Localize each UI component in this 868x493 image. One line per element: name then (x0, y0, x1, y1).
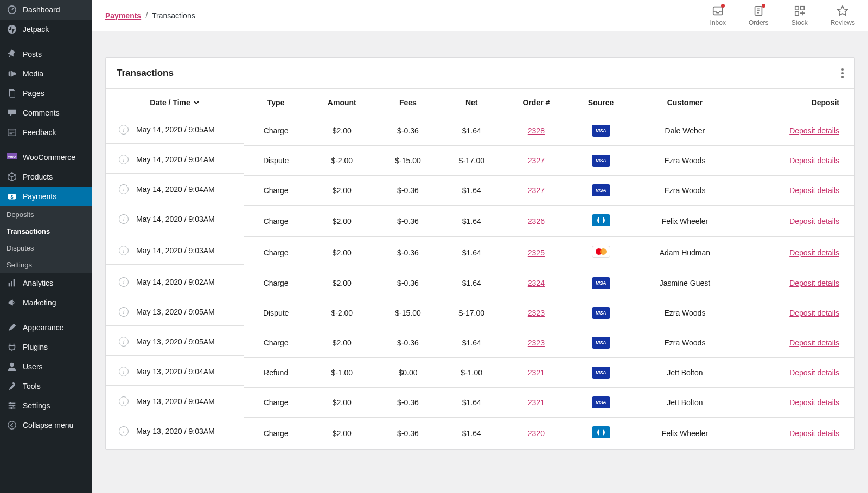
sidebar-item-analytics[interactable]: Analytics (0, 273, 92, 293)
info-icon[interactable]: i (119, 367, 129, 376)
order-link[interactable]: 2320 (528, 429, 545, 438)
info-icon[interactable]: i (119, 184, 129, 194)
info-icon[interactable]: i (119, 307, 129, 317)
deposit-details-link[interactable]: Deposit details (789, 309, 839, 317)
column-header-fees[interactable]: Fees (376, 89, 439, 116)
cell-order: 2327 (503, 146, 569, 176)
sidebar-item-feedback[interactable]: Feedback (0, 123, 92, 142)
cell-fees: $-0.36 (376, 237, 439, 268)
deposit-details-link[interactable]: Deposit details (789, 248, 839, 257)
info-icon[interactable]: i (119, 396, 129, 406)
cell-type: Charge (244, 176, 308, 206)
deposit-details-link[interactable]: Deposit details (789, 156, 839, 165)
topaction-reviews[interactable]: Reviews (831, 5, 855, 27)
deposit-details-link[interactable]: Deposit details (789, 186, 839, 195)
cell-customer: Jett Bolton (633, 388, 737, 418)
sidebar-item-appearance[interactable]: Appearance (0, 318, 92, 337)
deposit-details-link[interactable]: Deposit details (789, 338, 839, 347)
cell-net: $1.64 (440, 328, 503, 358)
sidebar-item-marketing[interactable]: Marketing (0, 293, 92, 312)
deposit-details-link[interactable]: Deposit details (789, 429, 839, 438)
sidebar-item-payments[interactable]: $Payments (0, 187, 92, 206)
column-header-type[interactable]: Type (244, 89, 308, 116)
order-link[interactable]: 2325 (528, 248, 545, 257)
visa-card-icon (592, 307, 610, 319)
column-header-amount[interactable]: Amount (308, 89, 376, 116)
topaction-label: Inbox (710, 19, 726, 27)
topaction-orders[interactable]: Orders (749, 5, 769, 27)
cell-deposit: Deposit details (737, 418, 854, 449)
column-header-deposit[interactable]: Deposit (737, 89, 854, 116)
info-icon[interactable]: i (119, 277, 129, 287)
sidebar-item-collapse-menu[interactable]: Collapse menu (0, 415, 92, 435)
order-link[interactable]: 2324 (528, 279, 545, 287)
order-link[interactable]: 2327 (528, 186, 545, 195)
cell-datetime: iMay 14, 2020 / 9:05AM (106, 116, 244, 144)
card-more-button[interactable] (841, 68, 844, 78)
order-link[interactable]: 2321 (528, 368, 545, 377)
sidebar-item-posts[interactable]: Posts (0, 44, 92, 64)
sidebar-item-jetpack[interactable]: Jetpack (0, 20, 92, 39)
sidebar-item-media[interactable]: Media (0, 64, 92, 84)
sidebar-item-products[interactable]: Products (0, 167, 92, 187)
sidebar-item-pages[interactable]: Pages (0, 84, 92, 103)
cell-source (569, 237, 633, 268)
datetime-text: May 14, 2020 / 9:03AM (136, 215, 215, 223)
order-link[interactable]: 2321 (528, 398, 545, 407)
sidebar-subitem-transactions[interactable]: Transactions (0, 223, 92, 240)
column-header-source[interactable]: Source (569, 89, 633, 116)
column-header-customer[interactable]: Customer (633, 89, 737, 116)
cell-net: $-17.00 (440, 146, 503, 176)
topaction-label: Stock (792, 19, 808, 27)
notification-dot (721, 4, 725, 8)
deposit-details-link[interactable]: Deposit details (789, 368, 839, 377)
cell-fees: $0.00 (376, 358, 439, 388)
deposit-details-link[interactable]: Deposit details (789, 217, 839, 226)
sidebar-item-users[interactable]: Users (0, 357, 92, 376)
sidebar-subitem-settings[interactable]: Settings (0, 257, 92, 273)
info-icon[interactable]: i (119, 337, 129, 347)
sidebar-item-comments[interactable]: Comments (0, 103, 92, 123)
cell-customer: Jasmine Guest (633, 268, 737, 298)
deposit-details-link[interactable]: Deposit details (789, 126, 839, 135)
deposit-details-link[interactable]: Deposit details (789, 398, 839, 407)
visa-card-icon (592, 367, 610, 379)
datetime-text: May 14, 2020 / 9:04AM (136, 155, 215, 164)
sidebar-item-settings[interactable]: Settings (0, 396, 92, 415)
column-header-net[interactable]: Net (440, 89, 503, 116)
order-link[interactable]: 2328 (528, 126, 545, 135)
info-icon[interactable]: i (119, 125, 129, 135)
sidebar-item-woocommerce[interactable]: wooWooCommerce (0, 148, 92, 167)
column-header-date-time[interactable]: Date / Time (106, 89, 244, 116)
topaction-stock[interactable]: Stock (792, 5, 808, 27)
info-icon[interactable]: i (119, 155, 129, 164)
deposit-details-link[interactable]: Deposit details (789, 279, 839, 287)
payments-icon: $ (7, 191, 17, 202)
column-header-order-[interactable]: Order # (503, 89, 569, 116)
table-row: iMay 13, 2020 / 9:04AMCharge$2.00$-0.36$… (106, 388, 854, 418)
sidebar-item-plugins[interactable]: Plugins (0, 337, 92, 357)
sidebar-item-dashboard[interactable]: Dashboard (0, 0, 92, 20)
info-icon[interactable]: i (119, 214, 129, 224)
svg-rect-14 (11, 281, 12, 286)
svg-rect-30 (800, 6, 803, 9)
cell-datetime: iMay 13, 2020 / 9:04AM (106, 358, 244, 386)
order-link[interactable]: 2323 (528, 338, 545, 347)
table-row: iMay 13, 2020 / 9:03AMCharge$2.00$-0.36$… (106, 418, 854, 449)
svg-point-18 (10, 402, 12, 405)
topaction-inbox[interactable]: Inbox (710, 5, 726, 27)
cell-net: $-17.00 (440, 298, 503, 328)
sidebar-item-tools[interactable]: Tools (0, 376, 92, 396)
breadcrumb-parent-link[interactable]: Payments (105, 11, 141, 20)
card-header: Transactions (106, 58, 854, 89)
sidebar-subitem-disputes[interactable]: Disputes (0, 240, 92, 257)
order-link[interactable]: 2326 (528, 217, 545, 226)
order-link[interactable]: 2327 (528, 156, 545, 165)
cell-net: $1.64 (440, 116, 503, 146)
info-icon[interactable]: i (119, 246, 129, 255)
cell-type: Charge (244, 418, 308, 449)
info-icon[interactable]: i (119, 426, 129, 436)
sidebar-subitem-deposits[interactable]: Deposits (0, 206, 92, 223)
order-link[interactable]: 2323 (528, 309, 545, 317)
reviews-icon (837, 5, 848, 17)
